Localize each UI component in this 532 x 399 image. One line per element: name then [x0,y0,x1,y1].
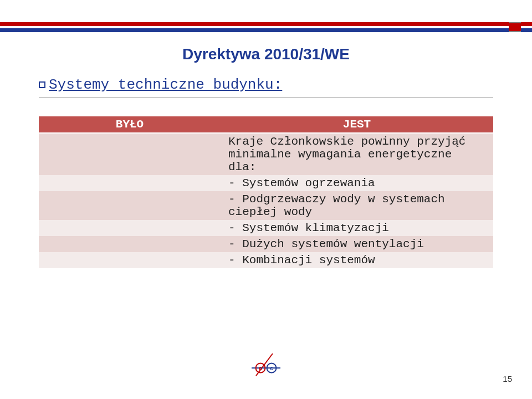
bar-blue [0,28,532,32]
table-header-row: BYŁO JEST [39,116,493,133]
table-header-left: BYŁO [39,116,221,133]
table-cell-left [39,191,221,220]
bullet-square-icon [39,81,45,88]
table-cell-left [39,252,221,268]
table-cell-right: - Kombinacji systemów [221,252,493,268]
table-cell-right: - Systemów ogrzewania [221,175,493,191]
corner-box [509,22,521,32]
header-bars [0,22,532,32]
table-cell-right: - Systemów klimatyzacji [221,220,493,236]
table-row: - Podgrzewaczy wody w systemach ciepłej … [39,191,493,220]
logo-icon: o e [249,351,283,379]
subtitle-underline [39,98,493,98]
table-row: - Systemów klimatyzacji [39,220,493,236]
table-cell-right: Kraje Członkowskie powinny przyjąć minim… [221,133,493,175]
subtitle: Systemy techniczne budynku: [39,76,493,95]
table-cell-left [39,220,221,236]
subtitle-text: Systemy techniczne budynku: [49,76,282,93]
svg-text:e: e [270,365,273,371]
table-row: - Systemów ogrzewania [39,175,493,191]
slide-title: Dyrektywa 2010/31/WE [0,45,532,63]
table-cell-left [39,133,221,175]
table-row: - Kombinacji systemów [39,252,493,268]
comparison-table: BYŁO JEST Kraje Członkowskie powinny prz… [39,116,493,268]
table-cell-left [39,236,221,252]
table-cell-right: - Podgrzewaczy wody w systemach ciepłej … [221,191,493,220]
table-row: - Dużych systemów wentylacji [39,236,493,252]
slide: Dyrektywa 2010/31/WE Systemy techniczne … [0,0,532,399]
table-cell-left [39,175,221,191]
table-cell-right: - Dużych systemów wentylacji [221,236,493,252]
subtitle-block: Systemy techniczne budynku: [39,76,493,98]
table-row: Kraje Członkowskie powinny przyjąć minim… [39,133,493,175]
page-number: 15 [503,374,512,383]
table-header-right: JEST [221,116,493,133]
bar-red [0,22,532,26]
svg-text:o: o [259,365,262,371]
